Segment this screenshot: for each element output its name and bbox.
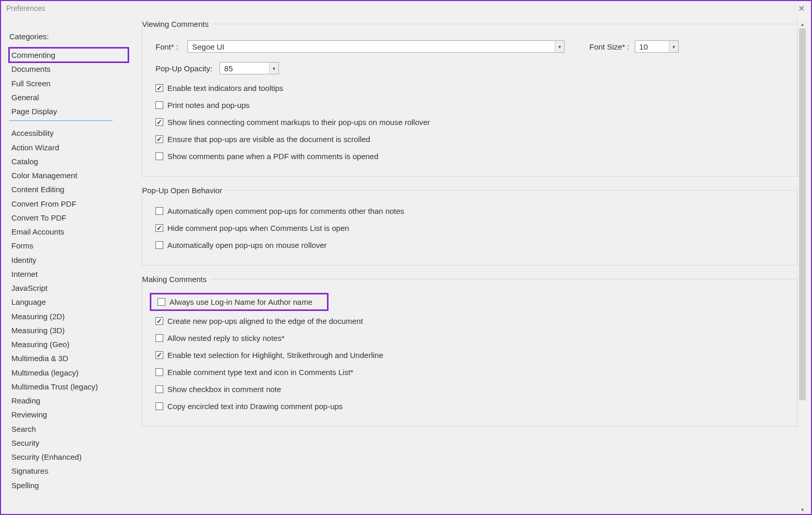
content-area: Categories: CommentingDocumentsFull Scre… [1, 15, 811, 514]
checkbox-row[interactable]: Show comments pane when a PDF with comme… [152, 152, 788, 161]
group-title-making: Making Comments [142, 275, 211, 284]
category-item[interactable]: Security [9, 436, 128, 450]
checkbox-label: Enable text selection for Highlight, Str… [167, 351, 383, 360]
close-icon[interactable]: ✕ [796, 4, 807, 13]
scroll-up-icon[interactable]: ▴ [798, 20, 807, 28]
checkbox-label: Print notes and pop-ups [167, 101, 249, 110]
checkbox-label: Create new pop-ups aligned to the edge o… [167, 317, 363, 325]
checkbox[interactable] [155, 317, 163, 325]
checkbox-row[interactable]: Enable comment type text and icon in Com… [152, 368, 788, 377]
preferences-window: Preferences ✕ Categories: CommentingDocu… [0, 0, 812, 515]
group-popup-behavior: Pop-Up Open Behavior Automatically open … [142, 186, 798, 266]
checkbox-row[interactable]: Automatically open pop-ups on mouse roll… [152, 241, 788, 249]
checkbox[interactable] [155, 135, 163, 143]
font-value: Segoe UI [188, 42, 555, 51]
category-item[interactable]: Accessibility [9, 126, 128, 140]
checkbox[interactable] [155, 84, 163, 92]
scrollbar-thumb[interactable] [799, 28, 806, 400]
chevron-down-icon: ▾ [269, 63, 278, 74]
category-item[interactable]: Page Display [9, 104, 128, 118]
category-item[interactable]: Convert To PDF [9, 211, 128, 225]
main-panel: Viewing Comments Font* : Segoe UI ▾ Font… [128, 20, 807, 514]
checkbox-row[interactable]: Always use Log-in Name for Author name [154, 298, 313, 306]
category-item[interactable]: Multimedia Trust (legacy) [9, 380, 128, 394]
checkbox[interactable] [155, 101, 163, 109]
checkbox[interactable] [155, 351, 163, 359]
checkbox-row[interactable]: Hide comment pop-ups when Comments List … [152, 224, 788, 232]
titlebar: Preferences ✕ [1, 1, 811, 15]
scroll-area: Viewing Comments Font* : Segoe UI ▾ Font… [142, 20, 798, 514]
checkbox-label: Always use Log-in Name for Author name [169, 298, 313, 306]
checkbox-row[interactable]: Create new pop-ups aligned to the edge o… [152, 317, 788, 325]
checkbox[interactable] [155, 224, 163, 232]
highlighted-option: Always use Log-in Name for Author name [152, 295, 326, 308]
checkbox[interactable] [155, 368, 163, 376]
category-item[interactable]: Multimedia & 3D [9, 351, 128, 365]
checkbox[interactable] [155, 402, 163, 410]
category-item[interactable]: Full Screen [9, 76, 128, 90]
category-item[interactable]: Language [9, 295, 128, 309]
checkbox[interactable] [155, 207, 163, 215]
checkbox-row[interactable]: Enable text selection for Highlight, Str… [152, 351, 788, 360]
chevron-down-icon: ▾ [555, 41, 564, 52]
checkbox-label: Allow nested reply to sticky notes* [167, 334, 285, 342]
checkbox[interactable] [155, 385, 163, 393]
category-item[interactable]: Catalog [9, 154, 128, 168]
category-item[interactable]: Internet [9, 267, 128, 281]
category-item[interactable]: Documents [9, 62, 128, 76]
checkbox-label: Automatically open comment pop-ups for c… [167, 207, 404, 215]
scroll-down-icon[interactable]: ▾ [798, 505, 807, 514]
categories-sidebar: Categories: CommentingDocumentsFull Scre… [9, 20, 128, 514]
category-item[interactable]: Color Management [9, 168, 128, 182]
category-item[interactable]: Search [9, 422, 128, 436]
opacity-combo[interactable]: 85 ▾ [220, 62, 279, 74]
category-list-primary: CommentingDocumentsFull ScreenGeneralPag… [9, 48, 128, 118]
category-item[interactable]: Measuring (2D) [9, 309, 128, 323]
category-item[interactable]: Multimedia (legacy) [9, 366, 128, 380]
category-item[interactable]: General [9, 90, 128, 104]
category-item[interactable]: Signatures [9, 464, 128, 478]
category-item[interactable]: Spelling [9, 478, 128, 492]
vertical-scrollbar[interactable]: ▴ ▾ [798, 20, 807, 514]
window-title: Preferences [5, 4, 45, 12]
group-title-popup: Pop-Up Open Behavior [142, 186, 226, 195]
category-item[interactable]: Commenting [9, 48, 128, 62]
category-item[interactable]: Measuring (3D) [9, 323, 128, 337]
checkbox-label: Hide comment pop-ups when Comments List … [167, 224, 349, 232]
category-item[interactable]: Reviewing [9, 408, 128, 422]
checkbox[interactable] [155, 241, 163, 249]
checkbox-row[interactable]: Ensure that pop-ups are visible as the d… [152, 135, 788, 144]
checkbox-row[interactable]: Show checkbox in comment note [152, 385, 788, 394]
font-combo[interactable]: Segoe UI ▾ [188, 40, 565, 53]
opacity-value: 85 [220, 64, 269, 73]
category-item[interactable]: Forms [9, 239, 128, 253]
checkbox-row[interactable]: Automatically open comment pop-ups for c… [152, 207, 788, 215]
categories-label: Categories: [9, 32, 128, 41]
checkbox-row[interactable]: Show lines connecting comment markups to… [152, 118, 788, 127]
checkbox-row[interactable]: Enable text indicators and tooltips [152, 84, 788, 92]
checkbox-label: Show comments pane when a PDF with comme… [167, 152, 379, 161]
category-item[interactable]: Action Wizard [9, 141, 128, 154]
category-item[interactable]: Security (Enhanced) [9, 450, 128, 464]
category-item[interactable]: Measuring (Geo) [9, 337, 128, 351]
checkbox-label: Show lines connecting comment markups to… [167, 118, 430, 127]
checkbox[interactable] [155, 152, 163, 160]
checkbox-row[interactable]: Copy encircled text into Drawing comment… [152, 402, 788, 411]
category-item[interactable]: Convert From PDF [9, 197, 128, 211]
category-item[interactable]: Identity [9, 253, 128, 267]
fontsize-combo[interactable]: 10 ▾ [635, 40, 679, 53]
group-title-viewing: Viewing Comments [142, 20, 213, 28]
checkbox-row[interactable]: Print notes and pop-ups [152, 101, 788, 110]
checkbox-label: Copy encircled text into Drawing comment… [167, 402, 342, 411]
fontsize-label: Font Size* : [589, 42, 630, 51]
category-item[interactable]: Reading [9, 394, 128, 408]
checkbox[interactable] [158, 298, 165, 306]
fontsize-value: 10 [635, 42, 669, 51]
category-item[interactable]: Email Accounts [9, 225, 128, 239]
category-item[interactable]: Content Editing [9, 182, 128, 196]
checkbox[interactable] [155, 334, 163, 342]
checkbox-label: Enable comment type text and icon in Com… [167, 368, 353, 377]
checkbox[interactable] [155, 118, 163, 126]
checkbox-row[interactable]: Allow nested reply to sticky notes* [152, 334, 788, 342]
category-item[interactable]: JavaScript [9, 281, 128, 295]
